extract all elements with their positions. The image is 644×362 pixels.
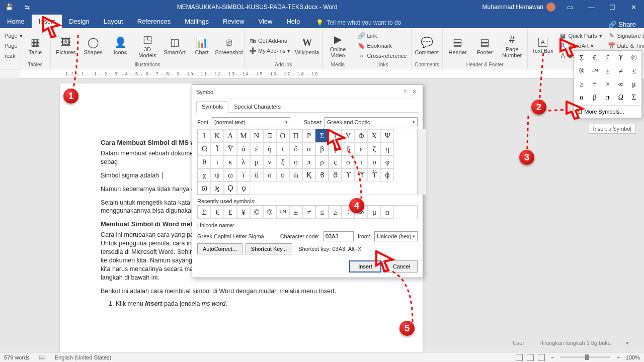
close-icon[interactable]: ✕	[623, 4, 644, 11]
bookmark-button[interactable]: 🔖Bookmark	[356, 41, 408, 50]
scrollbar[interactable]	[418, 129, 426, 195]
flyout-symbol-cell[interactable]: β	[588, 91, 601, 104]
symbol-cell[interactable]: χ	[198, 168, 211, 182]
recent-symbol-cell[interactable]: Σ	[198, 206, 211, 219]
symbol-cell[interactable]: ϖ	[198, 182, 211, 195]
video-button[interactable]: ▶Online Video	[326, 31, 350, 60]
share-button[interactable]: 🔗 Share	[600, 21, 644, 28]
flyout-symbol-cell[interactable]: ±	[601, 65, 614, 78]
footer-button[interactable]: ▤Footer	[473, 31, 497, 60]
zoom-level[interactable]: 100%	[626, 354, 640, 360]
symbol-cell[interactable]: λ	[237, 155, 250, 168]
symbol-cell[interactable]: Ω	[198, 142, 211, 155]
shapes-button[interactable]: ◯Shapes	[81, 31, 105, 60]
symbol-cell[interactable]: Ι	[198, 129, 211, 142]
symbol-cell[interactable]: Μ	[237, 129, 250, 142]
symbol-cell[interactable]: μ	[250, 155, 263, 168]
autocorrect-button[interactable]: AutoCorrect...	[197, 243, 243, 254]
minimize-icon[interactable]: —	[581, 4, 602, 11]
tab-review[interactable]: Review	[216, 15, 252, 28]
symbol-cell[interactable]: ϗ	[211, 182, 224, 195]
flyout-symbol-cell[interactable]: ™	[588, 65, 601, 78]
my-addins-button[interactable]: ➕My Add-ins▾	[248, 46, 292, 55]
charcode-input[interactable]	[324, 231, 354, 241]
symbol-cell[interactable]: ϒ	[342, 168, 355, 182]
recent-symbol-cell[interactable]: ¥	[237, 206, 250, 219]
symbol-cell[interactable]: π	[302, 155, 315, 168]
flyout-symbol-cell[interactable]: π	[601, 91, 614, 104]
symbol-cell[interactable]: ώ	[289, 168, 302, 182]
tell-me-search[interactable]: 💡 Tell me what you want to do	[312, 17, 405, 28]
flyout-symbol-cell[interactable]: ®	[575, 65, 588, 78]
symbol-cell[interactable]: ό	[263, 168, 276, 182]
language[interactable]: English (United States)	[55, 354, 112, 360]
symbol-cell[interactable]: ϕ	[381, 168, 394, 182]
tab-mailings[interactable]: Mailings	[178, 15, 216, 28]
symbol-cell[interactable]: Ϗ	[302, 168, 315, 182]
tab-symbols[interactable]: Symbols	[196, 101, 228, 113]
subset-select[interactable]: Greek and Coptic▾	[325, 117, 418, 127]
symbol-cell[interactable]: Ψ	[381, 129, 394, 142]
link-button[interactable]: 🔗Link	[356, 31, 408, 40]
shortcutkey-button[interactable]: Shortcut Key...	[246, 243, 292, 254]
symbol-cell[interactable]: έ	[250, 142, 263, 155]
symbol-cell[interactable]: ϐ	[315, 168, 329, 182]
recent-symbol-cell[interactable]: α	[381, 206, 394, 219]
flyout-symbol-cell[interactable]: Ω	[614, 91, 627, 104]
zoom-in-icon[interactable]: +	[616, 354, 619, 360]
flyout-symbol-cell[interactable]: ∞	[614, 78, 627, 91]
font-select[interactable]: (normal text)▾	[212, 117, 290, 127]
symbol-cell[interactable]: ΰ	[289, 142, 302, 155]
tab-home[interactable]: Home	[0, 15, 32, 28]
flyout-symbol-cell[interactable]: ×	[601, 78, 614, 91]
symbol-cell[interactable]: θ	[198, 155, 211, 168]
tab-special-chars[interactable]: Special Characters	[228, 101, 286, 112]
symbol-cell[interactable]: ο	[289, 155, 302, 168]
symbol-cell[interactable]: ί	[276, 142, 289, 155]
maximize-icon[interactable]: ☐	[602, 4, 623, 11]
models-button[interactable]: ◳3D Models	[135, 31, 159, 60]
recent-symbol-cell[interactable]: ≠	[302, 206, 315, 219]
symbol-cell[interactable]: Ϊ	[211, 142, 224, 155]
tab-help[interactable]: Help	[279, 15, 307, 28]
symbol-cell[interactable]: ζ	[368, 142, 381, 155]
symbol-cell[interactable]: ϋ	[250, 168, 263, 182]
recents-grid[interactable]: Σ€£¥©®™±≠≤≥÷∞μα	[197, 205, 418, 219]
pagenum-button[interactable]: #Page Number	[500, 31, 524, 60]
symbol-cell[interactable]: Ν	[250, 129, 263, 142]
close-icon[interactable]: ✕	[410, 88, 419, 95]
symbol-cell[interactable]: ν	[263, 155, 276, 168]
symbol-grid[interactable]: ΙΚΛΜΝΞΟΠΡΣΤΥΦΧΨΩΪΫάέήίΰαβγδεζηθικλμνξοπρ…	[197, 129, 418, 195]
symbol-cell[interactable]: σ	[342, 155, 355, 168]
spell-icon[interactable]: 📖	[39, 354, 46, 360]
flyout-symbol-cell[interactable]: ©	[627, 52, 640, 65]
flyout-symbol-cell[interactable]: ÷	[588, 78, 601, 91]
symbol-cell[interactable]: ϓ	[355, 168, 368, 182]
recent-symbol-cell[interactable]: ±	[289, 206, 302, 219]
symbol-cell[interactable]: Π	[289, 129, 302, 142]
zoom-slider[interactable]	[560, 356, 610, 358]
flyout-symbol-cell[interactable]: ≠	[614, 65, 627, 78]
recent-symbol-cell[interactable]: ®	[263, 206, 276, 219]
flyout-symbol-cell[interactable]: Σ	[627, 91, 640, 104]
signature-button[interactable]: ✎Signature Line▾	[607, 31, 645, 40]
chevron-down-icon[interactable]: ▾	[626, 340, 629, 346]
flyout-symbol-cell[interactable]: £	[601, 52, 614, 65]
qat-arrow[interactable]: ⇆	[18, 4, 36, 11]
tab-view[interactable]: View	[252, 15, 280, 28]
chart-button[interactable]: 📊Chart	[190, 31, 214, 60]
tab-design[interactable]: Design	[62, 15, 96, 28]
recent-symbol-cell[interactable]: ™	[276, 206, 289, 219]
flyout-symbol-cell[interactable]: ≥	[575, 78, 588, 91]
symbol-cell[interactable]: φ	[381, 155, 394, 168]
ribbon-options-icon[interactable]: ▭	[559, 4, 581, 11]
wikipedia-button[interactable]: WWikipedia	[295, 31, 319, 60]
symbol-cell[interactable]: Ο	[276, 129, 289, 142]
symbol-cell[interactable]: Ρ	[302, 129, 315, 142]
textbox-button[interactable]: AText Box	[531, 31, 555, 60]
tab-layout[interactable]: Layout	[97, 15, 130, 28]
symbol-cell[interactable]: ϑ	[329, 168, 342, 182]
view-buttons[interactable]	[516, 354, 545, 361]
symbol-cell[interactable]: α	[302, 142, 315, 155]
symbol-cell[interactable]: ή	[263, 142, 276, 155]
